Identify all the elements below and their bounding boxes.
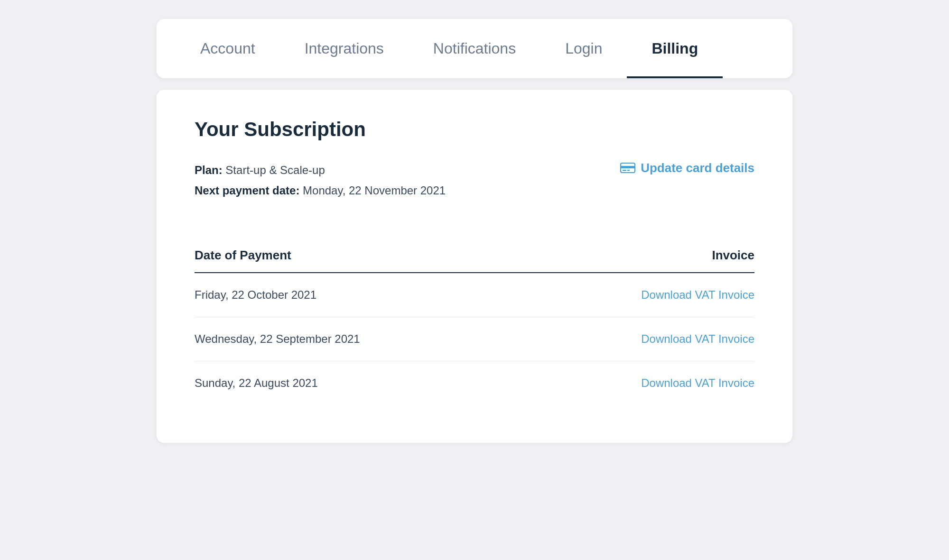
svg-rect-3 — [627, 170, 630, 171]
next-payment-label: Next payment date: — [195, 184, 299, 197]
plan-label: Plan: — [195, 164, 223, 176]
payment-table: Date of Payment Invoice Friday, 22 Octob… — [195, 248, 754, 405]
download-invoice-3[interactable]: Download VAT Invoice — [641, 376, 754, 389]
nav-tab-notifications[interactable]: Notifications — [409, 19, 540, 78]
next-payment-row: Next payment date: Monday, 22 November 2… — [195, 180, 446, 201]
col-invoice-header: Invoice — [527, 248, 754, 273]
download-invoice-2[interactable]: Download VAT Invoice — [641, 332, 754, 345]
page-wrapper: AccountIntegrationsNotificationsLoginBil… — [157, 19, 792, 443]
payment-date: Sunday, 22 August 2021 — [195, 361, 527, 405]
update-card-label: Update card details — [641, 161, 754, 175]
main-nav: AccountIntegrationsNotificationsLoginBil… — [176, 19, 773, 78]
subscription-header-row: Plan: Start-up & Scale-up Next payment d… — [195, 160, 754, 224]
svg-rect-2 — [623, 170, 626, 171]
nav-tabs: AccountIntegrationsNotificationsLoginBil… — [176, 19, 773, 78]
billing-card: Your Subscription Plan: Start-up & Scale… — [157, 90, 792, 443]
nav-tab-integrations[interactable]: Integrations — [280, 19, 409, 78]
table-header-row: Date of Payment Invoice — [195, 248, 754, 273]
nav-tab-account[interactable]: Account — [176, 19, 280, 78]
table-row: Sunday, 22 August 2021Download VAT Invoi… — [195, 361, 754, 405]
table-row: Wednesday, 22 September 2021Download VAT… — [195, 317, 754, 361]
table-row: Friday, 22 October 2021Download VAT Invo… — [195, 273, 754, 317]
subscription-meta: Plan: Start-up & Scale-up Next payment d… — [195, 160, 446, 201]
payment-date: Friday, 22 October 2021 — [195, 273, 527, 317]
table-body: Friday, 22 October 2021Download VAT Invo… — [195, 273, 754, 405]
invoice-cell: Download VAT Invoice — [527, 361, 754, 405]
update-card-button[interactable]: Update card details — [620, 160, 754, 176]
next-payment-value: Monday, 22 November 2021 — [303, 184, 446, 197]
col-date-header: Date of Payment — [195, 248, 527, 273]
credit-card-icon — [620, 160, 636, 176]
invoice-cell: Download VAT Invoice — [527, 273, 754, 317]
svg-rect-1 — [621, 166, 635, 168]
plan-value: Start-up & Scale-up — [225, 164, 325, 176]
nav-card: AccountIntegrationsNotificationsLoginBil… — [157, 19, 792, 78]
download-invoice-1[interactable]: Download VAT Invoice — [641, 288, 754, 301]
payment-date: Wednesday, 22 September 2021 — [195, 317, 527, 361]
nav-tab-billing[interactable]: Billing — [627, 19, 723, 78]
invoice-cell: Download VAT Invoice — [527, 317, 754, 361]
plan-row: Plan: Start-up & Scale-up — [195, 160, 446, 180]
table-head: Date of Payment Invoice — [195, 248, 754, 273]
nav-tab-login[interactable]: Login — [540, 19, 627, 78]
subscription-title: Your Subscription — [195, 118, 754, 141]
